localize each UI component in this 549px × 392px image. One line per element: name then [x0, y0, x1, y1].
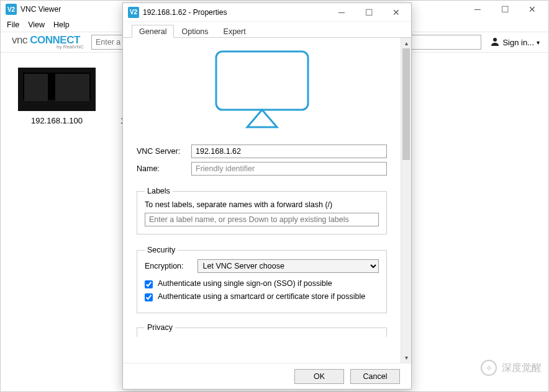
svg-point-0 — [493, 38, 497, 42]
brand-logo: vnc CONNECT by RealVNC — [6, 35, 86, 49]
ok-button[interactable]: OK — [294, 369, 344, 384]
cert-checkbox-label: Authenticate using a smartcard or certif… — [158, 292, 365, 301]
dialog-footer: OK Cancel — [123, 363, 411, 389]
sign-in-button[interactable]: Sign in... ▾ — [486, 35, 543, 50]
dialog-title: 192.168.1.62 - Properties — [143, 8, 328, 17]
connection-thumbnail — [18, 68, 96, 111]
name-input[interactable] — [191, 162, 387, 176]
watermark-text: 深度觉醒 — [502, 362, 542, 375]
tab-general[interactable]: General — [132, 25, 174, 38]
minimize-button[interactable]: ─ — [464, 1, 491, 18]
cancel-button[interactable]: Cancel — [350, 369, 400, 384]
vnc-logo-icon: V2 — [128, 7, 139, 18]
encryption-select[interactable]: Let VNC Server choose — [197, 259, 379, 273]
tab-expert[interactable]: Expert — [216, 25, 253, 38]
dialog-content: VNC Server: Name: Labels To nest labels,… — [123, 38, 401, 363]
sso-checkbox[interactable] — [145, 280, 153, 288]
scroll-down-icon[interactable]: ▾ — [401, 352, 411, 363]
menu-file[interactable]: File — [7, 20, 19, 29]
scroll-track[interactable] — [401, 48, 411, 352]
sign-in-label: Sign in... — [502, 38, 534, 47]
maximize-button[interactable]: ☐ — [491, 1, 519, 18]
vnc-logo-icon: V2 — [6, 4, 17, 15]
tab-row: General Options Expert — [123, 22, 411, 38]
chevron-down-icon: ▾ — [537, 39, 540, 46]
user-icon — [490, 37, 500, 48]
close-button[interactable]: ✕ — [519, 1, 546, 18]
privacy-legend: Privacy — [145, 323, 175, 332]
labels-group: Labels To nest labels, separate names wi… — [137, 187, 387, 234]
watermark: ✧ 深度觉醒 — [481, 360, 542, 376]
vnc-server-label: VNC Server: — [137, 147, 185, 156]
scroll-thumb[interactable] — [402, 48, 410, 160]
sso-checkbox-label: Authenticate using single sign-on (SSO) … — [158, 279, 332, 288]
labels-input[interactable] — [145, 213, 379, 226]
dialog-minimize-button[interactable]: ─ — [328, 3, 355, 22]
scroll-up-icon[interactable]: ▴ — [401, 38, 411, 48]
connection-label: 192.168.1.100 — [31, 116, 83, 125]
scrollbar[interactable]: ▴ ▾ — [401, 38, 411, 363]
name-label: Name: — [137, 164, 185, 173]
tab-options[interactable]: Options — [174, 25, 216, 38]
menu-help[interactable]: Help — [53, 20, 70, 29]
dialog-maximize-button[interactable]: ☐ — [355, 3, 383, 22]
wechat-icon: ✧ — [481, 360, 497, 376]
menu-view[interactable]: View — [28, 20, 45, 29]
security-legend: Security — [145, 246, 178, 254]
brand-sub: by RealVNC — [57, 45, 84, 49]
connection-item[interactable]: 192.168.1.100 — [18, 68, 96, 125]
privacy-group: Privacy — [137, 323, 387, 337]
dialog-titlebar: V2 192.168.1.62 - Properties ─ ☐ ✕ — [123, 3, 411, 22]
properties-dialog: V2 192.168.1.62 - Properties ─ ☐ ✕ Gener… — [122, 2, 412, 390]
encryption-label: Encryption: — [145, 262, 184, 270]
cert-checkbox[interactable] — [145, 293, 153, 301]
svg-rect-1 — [216, 51, 308, 110]
labels-hint: To nest labels, separate names with a fo… — [145, 200, 379, 209]
dialog-close-button[interactable]: ✕ — [383, 3, 410, 22]
brand-vnc: vnc — [12, 34, 27, 46]
vnc-server-input[interactable] — [191, 145, 387, 158]
security-group: Security Encryption: Let VNC Server choo… — [137, 246, 387, 313]
labels-legend: Labels — [145, 187, 173, 195]
monitor-icon — [137, 44, 387, 141]
